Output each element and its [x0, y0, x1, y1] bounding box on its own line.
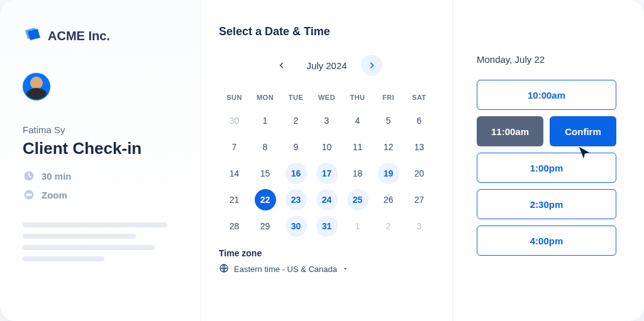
- calendar-day: 14: [219, 160, 250, 187]
- calendar-day: 15: [250, 160, 280, 187]
- calendar-day: 12: [373, 134, 404, 160]
- timeslot[interactable]: 4:00pm: [477, 226, 616, 256]
- calendar-day: 29: [250, 213, 280, 239]
- duration-row: 30 min: [23, 170, 178, 182]
- calendar-day: 11: [342, 134, 373, 160]
- week-row: 28293031123: [219, 213, 435, 239]
- cursor-icon: [577, 146, 591, 162]
- calendar-day: 5: [373, 107, 404, 134]
- week-row: 30123456: [219, 107, 435, 134]
- calendar-day: 6: [404, 107, 435, 134]
- calendar-day-available[interactable]: 30: [280, 213, 311, 239]
- calendar-day: 20: [404, 160, 435, 187]
- timeslot[interactable]: 2:30pm: [477, 189, 616, 219]
- confirm-button[interactable]: Confirm: [550, 116, 616, 146]
- calendar-day: 30: [219, 107, 250, 134]
- calendar-day: 4: [342, 107, 373, 134]
- description-skeleton: [23, 222, 178, 261]
- selected-date-label: Monday, July 22: [477, 54, 616, 65]
- calendar-day: 10: [311, 134, 342, 160]
- timeslot[interactable]: 10:00am: [477, 80, 616, 110]
- calendar-day: 26: [373, 187, 404, 213]
- calendar-day-available[interactable]: 23: [280, 187, 311, 213]
- dow: SAT: [404, 90, 435, 107]
- location-text: Zoom: [42, 190, 67, 200]
- week-row: 21222324252627: [219, 187, 435, 213]
- calendar-day: 27: [404, 187, 435, 213]
- calendar-day-available[interactable]: 16: [280, 160, 311, 187]
- timezone-selector[interactable]: Eastern time - US & Canada: [219, 263, 435, 275]
- calendar-panel: Select a Date & Time July 2024 SUN MON T…: [201, 0, 453, 321]
- calendar-day: 2: [280, 107, 311, 134]
- booking-app: ACME Inc. Fatima Sy Client Check-in 30 m…: [0, 0, 644, 321]
- chevron-down-icon: [342, 264, 348, 274]
- globe-icon: [219, 263, 229, 275]
- svg-rect-2: [26, 193, 30, 197]
- week-row: 14151617181920: [219, 160, 435, 187]
- calendar-day: 3: [311, 107, 342, 134]
- dow: THU: [342, 90, 373, 107]
- timeslot-selected[interactable]: 11:00am: [477, 116, 543, 146]
- clock-icon: [23, 170, 35, 182]
- skeleton-line: [23, 222, 167, 227]
- timeslot[interactable]: 1:00pm: [477, 153, 616, 183]
- host-name: Fatima Sy: [23, 124, 178, 135]
- month-label: July 2024: [306, 60, 347, 71]
- timeslot-selected-row: 11:00amConfirm: [477, 116, 616, 146]
- calendar-day: 13: [404, 134, 435, 160]
- calendar-day: 28: [219, 213, 250, 239]
- month-nav: July 2024: [219, 55, 435, 76]
- skeleton-line: [23, 245, 155, 250]
- dow: TUE: [280, 90, 311, 107]
- calendar-day: 21: [219, 187, 250, 213]
- calendar-day: 7: [219, 134, 250, 160]
- slot-list: 10:00am11:00amConfirm1:00pm2:30pm4:00pm: [477, 80, 616, 256]
- week-row: 78910111213: [219, 134, 435, 160]
- prev-month-button[interactable]: [271, 55, 292, 76]
- calendar-heading: Select a Date & Time: [219, 25, 435, 38]
- calendar-day-available[interactable]: 25: [342, 187, 373, 213]
- dow: WED: [311, 90, 342, 107]
- brand-name: ACME Inc.: [48, 29, 110, 43]
- timezone-value: Eastern time - US & Canada: [234, 264, 337, 274]
- calendar-day-selected[interactable]: 22: [250, 187, 280, 213]
- skeleton-line: [23, 256, 104, 261]
- timeslot-panel: Monday, July 22 10:00am11:00amConfirm1:0…: [453, 0, 644, 321]
- dow: FRI: [373, 90, 404, 107]
- calendar-day: 8: [250, 134, 280, 160]
- sidebar: ACME Inc. Fatima Sy Client Check-in 30 m…: [0, 0, 201, 321]
- dow: MON: [250, 90, 280, 107]
- calendar-day-available[interactable]: 31: [311, 213, 342, 239]
- calendar-day-available[interactable]: 24: [311, 187, 342, 213]
- calendar-day: 2: [373, 213, 404, 239]
- calendar-grid: 3012345678910111213141516171819202122232…: [219, 107, 435, 239]
- brand: ACME Inc.: [23, 25, 178, 46]
- video-icon: [23, 188, 35, 201]
- calendar-day: 1: [250, 107, 280, 134]
- dow: SUN: [219, 90, 250, 107]
- calendar-day: 1: [342, 213, 373, 239]
- calendar-day-available[interactable]: 17: [311, 160, 342, 187]
- brand-logo-icon: [23, 25, 42, 46]
- duration-text: 30 min: [42, 171, 72, 182]
- calendar-day-available[interactable]: 19: [373, 160, 404, 187]
- skeleton-line: [23, 234, 136, 239]
- location-row: Zoom: [23, 188, 178, 201]
- avatar: [23, 73, 50, 101]
- calendar-day: 3: [404, 213, 435, 239]
- dow-row: SUN MON TUE WED THU FRI SAT: [219, 90, 435, 107]
- meeting-title: Client Check-in: [23, 139, 178, 158]
- calendar-day: 18: [342, 160, 373, 187]
- calendar-day: 9: [280, 134, 311, 160]
- timezone-label: Time zone: [219, 248, 435, 258]
- next-month-button[interactable]: [361, 55, 382, 76]
